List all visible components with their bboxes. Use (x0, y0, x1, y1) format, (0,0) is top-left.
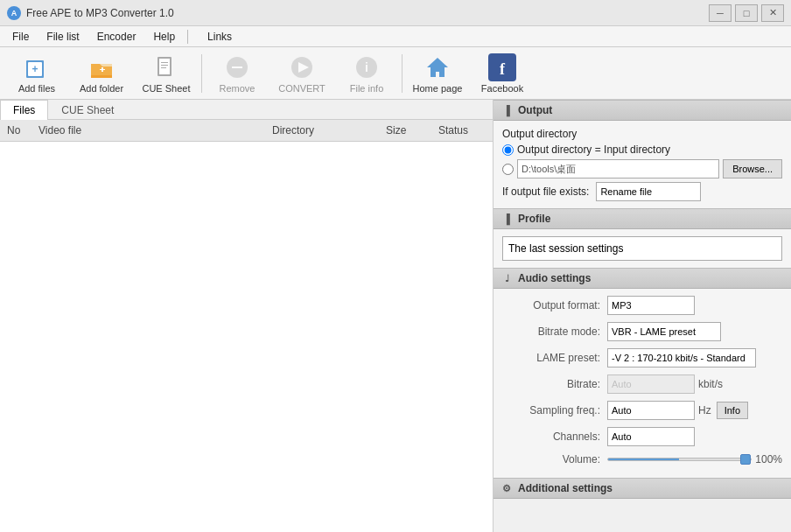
sampling-label: Sampling freq.: (502, 404, 607, 416)
volume-slider[interactable] (607, 458, 752, 461)
profile-section-header: ▐ Profile (494, 208, 791, 229)
radio1-input[interactable] (502, 144, 514, 156)
toolbar-separator-2 (402, 54, 402, 93)
output-section-body: Output directory Output directory = Inpu… (494, 121, 791, 208)
lame-preset-label: LAME preset: (502, 352, 607, 364)
svg-rect-11 (232, 66, 242, 68)
profile-section-icon: ▐ (500, 213, 513, 225)
menu-file[interactable]: File (4, 29, 38, 45)
remove-label: Remove (220, 83, 256, 94)
radio2-input[interactable] (502, 164, 514, 175)
convert-icon (288, 53, 316, 81)
browse-button[interactable]: Browse... (723, 159, 782, 178)
maximize-button[interactable]: □ (735, 4, 758, 22)
window-controls: ─ □ ✕ (709, 4, 784, 22)
bitrate-select[interactable]: Auto (607, 374, 695, 394)
add-folder-button[interactable]: Add folder (70, 51, 133, 96)
profile-select[interactable]: The last session settings (502, 236, 782, 261)
svg-text:f: f (500, 60, 506, 78)
output-radio1-row: Output directory = Input directory (502, 144, 782, 156)
convert-label: CONVERT (278, 83, 326, 94)
toolbar: + Add files Add folder CUE Sheet Remove … (0, 47, 791, 100)
titlebar: A Free APE to MP3 Converter 1.0 ─ □ ✕ (0, 0, 791, 26)
additional-section-header: ⚙ Additional settings (494, 478, 791, 499)
menu-links[interactable]: Links (199, 29, 241, 45)
app-icon-letter: A (11, 9, 18, 18)
svg-text:+: + (32, 63, 38, 75)
bitrate-label: Bitrate: (502, 378, 607, 390)
tab-cue-sheet[interactable]: CUE Sheet (48, 100, 127, 120)
add-folder-label: Add folder (80, 83, 123, 94)
format-label: Output format: (502, 299, 607, 312)
close-button[interactable]: ✕ (761, 4, 784, 22)
additional-section-icon: ⚙ (500, 482, 513, 494)
remove-icon (223, 53, 251, 81)
svg-text:i: i (365, 60, 368, 74)
cue-sheet-button[interactable]: CUE Sheet (135, 51, 198, 96)
dir-input-row: Browse... (502, 159, 782, 178)
file-info-button[interactable]: i File info (335, 51, 398, 96)
svg-rect-4 (102, 67, 103, 72)
svg-marker-16 (427, 58, 448, 77)
col-file: Video file (32, 122, 265, 138)
profile-section-title: Profile (518, 213, 550, 225)
main-area: Files CUE Sheet No Video file Directory … (0, 100, 791, 532)
col-status: Status (431, 122, 493, 138)
facebook-button[interactable]: f Facebook (471, 51, 534, 96)
tab-files[interactable]: Files (0, 100, 48, 120)
profile-section-body: The last session settings (494, 229, 791, 268)
svg-rect-9 (161, 67, 166, 68)
lame-preset-row: LAME preset: -V 2 : 170-210 kbit/s - Sta… (502, 348, 782, 368)
app-icon: A (7, 6, 21, 20)
volume-slider-wrap: 100% (607, 453, 782, 466)
sampling-row: Sampling freq.: Auto Hz Info (502, 401, 782, 420)
minimize-button[interactable]: ─ (709, 4, 732, 22)
format-row: Output format: MP3WAVFLACOGG (502, 296, 782, 315)
bitrate-unit: kbit/s (698, 378, 723, 390)
right-panel: ▐ Output Output directory Output directo… (494, 100, 791, 532)
facebook-label: Facebook (481, 83, 523, 94)
output-section-title: Output (518, 104, 552, 116)
menu-encoder[interactable]: Encoder (88, 29, 145, 45)
svg-rect-8 (161, 65, 168, 66)
menu-filelist[interactable]: File list (38, 29, 88, 45)
if-exists-select[interactable]: Rename file Overwrite Skip (596, 182, 701, 201)
dir-input[interactable] (517, 159, 719, 178)
home-page-icon (424, 53, 452, 81)
if-exists-label: If output file exists: (502, 186, 589, 198)
bitrate-mode-row: Bitrate mode: VBR - LAME presetCBRABR (502, 322, 782, 341)
add-files-button[interactable]: + Add files (5, 51, 68, 96)
convert-button[interactable]: CONVERT (270, 51, 333, 96)
file-table-body (0, 142, 493, 532)
file-table-header: No Video file Directory Size Status (0, 120, 493, 142)
lame-preset-select[interactable]: -V 2 : 170-210 kbit/s - Standard -V 0 : … (607, 348, 756, 368)
home-page-button[interactable]: Home page (406, 51, 469, 96)
menubar-separator (187, 30, 188, 44)
volume-row: Volume: 100% (502, 453, 782, 466)
window-title: Free APE to MP3 Converter 1.0 (26, 7, 709, 19)
sampling-select[interactable]: Auto (607, 401, 695, 420)
bitrate-mode-label: Bitrate mode: (502, 326, 607, 338)
radio2-label[interactable] (502, 164, 514, 175)
remove-button[interactable]: Remove (206, 51, 269, 96)
info-button[interactable]: Info (717, 402, 748, 419)
menu-help[interactable]: Help (144, 29, 184, 45)
bitrate-mode-select[interactable]: VBR - LAME presetCBRABR (607, 322, 721, 341)
channels-select[interactable]: Auto (607, 427, 695, 446)
audio-section-title: Audio settings (518, 272, 591, 284)
toolbar-separator-1 (201, 54, 202, 93)
col-size: Size (379, 122, 431, 138)
audio-section-body: Output format: MP3WAVFLACOGG Bitrate mod… (494, 289, 791, 478)
menubar: File File list Encoder Help Links (0, 26, 791, 47)
additional-section-title: Additional settings (518, 482, 612, 494)
channels-row: Channels: Auto (502, 427, 782, 446)
radio1-label[interactable]: Output directory = Input directory (502, 144, 670, 156)
audio-section-header: ♩ Audio settings (494, 268, 791, 289)
exists-row: If output file exists: Rename file Overw… (502, 182, 782, 201)
volume-pct: 100% (755, 453, 782, 466)
tabs: Files CUE Sheet (0, 100, 493, 120)
format-select[interactable]: MP3WAVFLACOGG (607, 296, 695, 315)
cue-sheet-icon (152, 53, 180, 81)
col-dir: Directory (265, 122, 379, 138)
left-panel: Files CUE Sheet No Video file Directory … (0, 100, 494, 532)
